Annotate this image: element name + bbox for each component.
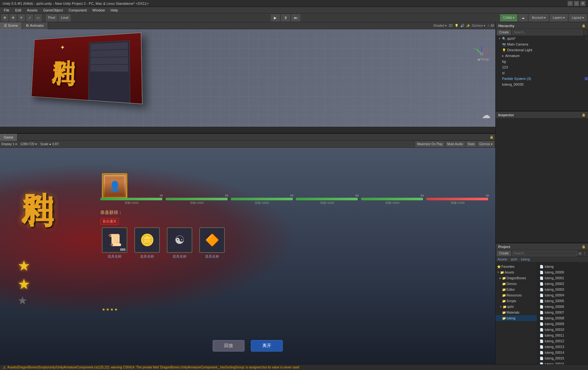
file-tuteng-00001[interactable]: 📄 tuteng_00001 [538, 275, 587, 281]
hier-item-123[interactable]: 123 [496, 64, 588, 70]
local-button[interactable]: Local [59, 14, 71, 21]
project-create-btn[interactable]: Create [497, 251, 511, 256]
menu-help[interactable]: Help [108, 7, 120, 13]
project-editor[interactable]: 📁 Editor [496, 287, 537, 292]
tool-hand[interactable]: ✥ [1, 14, 8, 21]
file-tuteng[interactable]: 📄 tuteng [538, 264, 587, 269]
pivot-button[interactable]: Pivot [46, 14, 57, 21]
file-tuteng-00007[interactable]: 📄 tuteng_00007 [538, 310, 587, 315]
resolution-selector[interactable]: 1280×720 ▾ [20, 142, 37, 146]
close-button[interactable]: ✕ [580, 1, 585, 6]
inspector-lock[interactable]: 🔒 [582, 113, 585, 117]
tool-scale[interactable]: ⤢ [26, 14, 33, 21]
project-search-input[interactable] [512, 251, 577, 256]
hier-qizhi-options[interactable]: ⋮ [585, 37, 588, 40]
project-lock[interactable]: 🔒 [582, 245, 585, 248]
fx-toggle[interactable]: ✨ [466, 24, 470, 27]
shading-dropdown[interactable]: Shaded ▾ [433, 24, 447, 27]
menu-file[interactable]: File [1, 7, 12, 13]
tab-scene[interactable]: ☰ Scene [0, 22, 22, 29]
game-lock[interactable]: 🔒 [490, 135, 493, 139]
menu-window[interactable]: Window [90, 7, 107, 13]
layers-button[interactable]: Layers ▾ [550, 14, 568, 21]
minimize-button[interactable]: ─ [568, 1, 573, 6]
file-tuteng-00015[interactable]: 📄 tuteng_00015 [538, 355, 587, 361]
project-tuteng-folder[interactable]: 📁 tuteng [496, 315, 537, 321]
stat-bar-1: 99 经验+2000 [166, 194, 228, 205]
file-tuteng-00002[interactable]: 📄 tuteng_00002 [538, 281, 587, 287]
file-tuteng-00011[interactable]: 📄 tuteng_00011 [538, 332, 587, 338]
breadcrumb-tuteng[interactable]: tuteng [521, 258, 530, 261]
reward-count-0: 999 [120, 248, 125, 252]
tab-animator[interactable]: ⚙ Animator [22, 22, 48, 29]
hier-item-armature[interactable]: ▶ Armature [496, 53, 588, 59]
stat-track-2 [231, 198, 294, 200]
hier-label-qizhi: qizhi* [507, 37, 516, 40]
project-qizhi[interactable]: ▼ 📁 qizhi [496, 304, 537, 310]
breadcrumb-assets[interactable]: Assets [498, 258, 507, 261]
mute-audio-btn[interactable]: Mute Audio [445, 141, 464, 147]
replay-button[interactable]: 回放 [213, 340, 244, 352]
cloud-button[interactable]: ☁ [519, 14, 528, 21]
hier-item-sl[interactable]: sl [496, 70, 588, 76]
game-gizmos-btn[interactable]: Gizmos ▾ [478, 141, 494, 147]
pause-button[interactable]: ⏸ [281, 14, 290, 21]
file-tuteng-00003[interactable]: 📄 tuteng_00003 [538, 287, 587, 292]
project-resources[interactable]: 📁 Resources [496, 292, 537, 298]
file-tuteng-00000[interactable]: 📄 tuteng_00000 [538, 269, 587, 275]
collab-button[interactable]: Collab ▾ [500, 14, 517, 21]
tab-game[interactable]: Game [0, 134, 18, 141]
leave-button[interactable]: 离开 [251, 340, 283, 352]
file-tuteng-00004[interactable]: 📄 tuteng_00004 [538, 292, 587, 298]
file-tuteng-00016[interactable]: 📄 tuteng_00016 [538, 361, 587, 364]
hier-item-dirlight[interactable]: 💡 Directional Light [496, 47, 588, 53]
project-scripts[interactable]: 📁 Scripts [496, 298, 537, 304]
project-view-toggle[interactable]: ⊞ [578, 251, 582, 256]
file-tuteng-00013[interactable]: 📄 tuteng_00013 [538, 344, 587, 350]
lighting-toggle[interactable]: 💡 [455, 24, 458, 27]
file-tuteng-00014[interactable]: 📄 tuteng_00014 [538, 350, 587, 355]
hier-item-maincamera[interactable]: 📷 Main Camera [496, 41, 588, 47]
hier-item-particlesystem[interactable]: Partide System (3) 1 [496, 76, 588, 82]
tool-rect[interactable]: ▭ [34, 14, 42, 21]
file-tuteng-00006[interactable]: 📄 tuteng_00006 [538, 304, 587, 310]
step-button[interactable]: ⏭ [291, 14, 300, 21]
menu-assets[interactable]: Assets [25, 7, 40, 13]
menu-component[interactable]: Component [66, 7, 89, 13]
display-selector[interactable]: Display 1 ▾ [1, 142, 17, 146]
project-dragonbones[interactable]: ▶ 📁 DragonBones [496, 275, 537, 281]
project-demos[interactable]: 📁 Demos [496, 281, 537, 287]
persp-label[interactable]: ◀ Persp [477, 58, 489, 61]
account-button[interactable]: Account ▾ [529, 14, 549, 21]
file-tuteng-00009[interactable]: 📄 tuteng_00009 [538, 321, 587, 327]
tool-rotate[interactable]: ⟳ [18, 14, 25, 21]
hierarchy-search-input[interactable] [512, 30, 582, 35]
menu-edit[interactable]: Edit [13, 7, 24, 13]
2d-toggle[interactable]: 2D [449, 24, 453, 27]
play-button[interactable]: ▶ [271, 14, 280, 21]
tool-move[interactable]: ✥ [10, 14, 17, 21]
hierarchy-options[interactable]: ⋮ [584, 31, 587, 34]
hier-item-qizhi[interactable]: ▼ 🔍 qizhi* ⋮ [496, 36, 588, 41]
file-tuteng-00005[interactable]: 📄 tuteng_00005 [538, 298, 587, 304]
project-materials[interactable]: 📁 Materials [496, 310, 537, 315]
project-assets-root[interactable]: ▼ 📁 Assets [496, 269, 537, 275]
file-tuteng-00012[interactable]: 📄 tuteng_00012 [538, 338, 587, 344]
maximize-button[interactable]: □ [574, 1, 579, 6]
hierarchy-create-btn[interactable]: Create [497, 30, 511, 35]
menu-gameobject[interactable]: GameObject [41, 7, 66, 13]
gizmos-btn[interactable]: Gizmos ▾ [472, 24, 485, 27]
file-tuteng-00008[interactable]: 📄 tuteng_00008 [538, 315, 587, 321]
file-tuteng-00010[interactable]: 📄 tuteng_00010 [538, 327, 587, 332]
hier-item-bg[interactable]: bg [496, 59, 588, 64]
hierarchy-lock[interactable]: 🔒 [582, 24, 585, 27]
hier-item-tuteng00030[interactable]: tuteng_00030 [496, 82, 588, 87]
audio-toggle[interactable]: 🔊 [460, 24, 464, 27]
project-options[interactable]: ⋮ [583, 251, 587, 256]
breadcrumb-qizhi[interactable]: qizhi [511, 258, 517, 261]
layout-button[interactable]: Layout ▾ [569, 14, 587, 21]
maximize-on-play-btn[interactable]: Maximize On Play [415, 141, 444, 147]
project-favorites[interactable]: ⭐ Favorites [496, 264, 537, 269]
stats-btn[interactable]: Stats [466, 141, 477, 147]
all-btn[interactable]: ☆ All [487, 24, 494, 27]
